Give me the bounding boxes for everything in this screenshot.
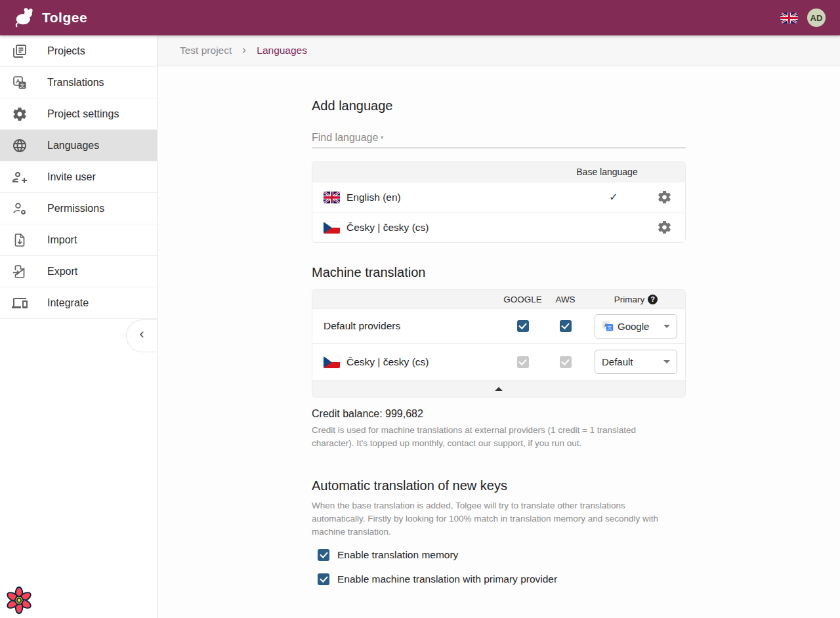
sidebar-item-import[interactable]: Import bbox=[0, 224, 157, 256]
find-language-placeholder: Find language bbox=[312, 132, 378, 144]
sidebar-item-languages[interactable]: Languages bbox=[0, 130, 157, 161]
sidebar-item-label: Project settings bbox=[47, 108, 119, 120]
checkbox-label: Enable machine translation with primary … bbox=[337, 573, 557, 585]
sidebar-collapse-button[interactable] bbox=[126, 319, 157, 352]
google-translate-icon: A 文 bbox=[602, 320, 614, 332]
czech-flag-icon bbox=[324, 356, 340, 368]
breadcrumb-project[interactable]: Test project bbox=[180, 45, 232, 56]
export-icon bbox=[12, 264, 28, 279]
auto-translation-heading: Automatic translation of new keys bbox=[312, 476, 686, 495]
aws-checkbox-disabled bbox=[560, 356, 572, 368]
sidebar-item-export[interactable]: Export bbox=[0, 256, 157, 287]
breadcrumb: Test project Languages bbox=[158, 35, 840, 66]
person-add-icon bbox=[12, 169, 28, 185]
app-title: Tolgee bbox=[42, 10, 87, 26]
sidebar-item-invite-user[interactable]: Invite user bbox=[0, 161, 157, 193]
globe-icon bbox=[12, 138, 28, 154]
primary-provider-select[interactable]: Default bbox=[595, 350, 677, 374]
breadcrumb-page[interactable]: Languages bbox=[257, 45, 307, 56]
sidebar-item-label: Projects bbox=[47, 45, 85, 57]
machine-translation-checkbox[interactable] bbox=[318, 573, 329, 585]
czech-flag-icon bbox=[324, 222, 340, 234]
google-checkbox-disabled bbox=[517, 356, 529, 368]
google-column-header: GOOGLE bbox=[501, 295, 544, 304]
languages-table-header: Base language bbox=[312, 162, 685, 182]
mt-row-czech: Česky | česky (cs) Default bbox=[312, 343, 685, 380]
sidebar-item-permissions[interactable]: Permissions bbox=[0, 193, 157, 224]
sidebar-item-label: Import bbox=[47, 234, 77, 246]
language-row-english: English (en) ✓ bbox=[312, 182, 685, 212]
chevron-left-icon bbox=[136, 329, 147, 342]
sidebar-item-label: Export bbox=[47, 266, 77, 278]
ui-language-flag-button[interactable] bbox=[780, 9, 798, 27]
primary-provider-value: Google bbox=[618, 321, 663, 332]
machine-translation-heading: Machine translation bbox=[312, 263, 686, 281]
chevron-up-icon bbox=[495, 387, 503, 391]
language-name: English (en) bbox=[346, 192, 401, 203]
devices-icon bbox=[12, 295, 28, 311]
main-content: Add language Find language * Base langua… bbox=[158, 66, 840, 618]
sidebar-item-label: Permissions bbox=[47, 203, 104, 215]
tolgee-logo[interactable]: Tolgee bbox=[13, 5, 87, 30]
add-language-heading: Add language bbox=[312, 96, 686, 115]
sidebar-item-label: Languages bbox=[47, 140, 99, 152]
required-asterisk: * bbox=[380, 134, 383, 144]
credit-caption: Credit is used for machine translations … bbox=[312, 424, 679, 450]
user-avatar[interactable]: AD bbox=[807, 9, 826, 27]
language-settings-gear-icon[interactable] bbox=[656, 190, 672, 205]
chevron-right-icon bbox=[240, 45, 248, 56]
machine-translation-table: GOOGLE AWS Primary ? Default providers bbox=[312, 289, 686, 398]
language-name: Česky | česky (cs) bbox=[346, 222, 429, 234]
collapse-table-button[interactable] bbox=[312, 380, 685, 397]
svg-text:文: 文 bbox=[607, 325, 612, 331]
primary-provider-select[interactable]: A 文 Google bbox=[595, 314, 677, 339]
enable-translation-memory-row: Enable translation memory bbox=[312, 549, 686, 561]
person-gear-icon bbox=[12, 201, 28, 216]
primary-provider-value: Default bbox=[602, 356, 663, 367]
sidebar-item-label: Invite user bbox=[47, 171, 96, 183]
sidebar-item-label: Translations bbox=[47, 77, 104, 89]
google-checkbox[interactable] bbox=[517, 320, 529, 332]
aws-column-header: AWS bbox=[544, 295, 587, 304]
mt-row-default-providers: Default providers A 文 Google bbox=[312, 308, 685, 343]
sidebar-item-projects[interactable]: Projects bbox=[0, 35, 157, 67]
credit-balance: Credit balance: 999,682 bbox=[312, 406, 686, 422]
import-icon bbox=[12, 232, 28, 248]
language-row-czech: Česky | česky (cs) bbox=[312, 212, 685, 242]
machine-translation-header: GOOGLE AWS Primary ? bbox=[312, 290, 685, 308]
language-settings-gear-icon[interactable] bbox=[656, 220, 672, 236]
translation-memory-checkbox[interactable] bbox=[318, 549, 329, 561]
svg-text:文: 文 bbox=[20, 83, 25, 89]
mt-row-label: Default providers bbox=[312, 320, 501, 332]
sidebar-item-integrate[interactable]: Integrate bbox=[0, 287, 157, 319]
auto-translation-caption: When the base translation is added, Tolg… bbox=[312, 499, 679, 539]
gear-icon bbox=[12, 106, 28, 122]
sidebar-item-project-settings[interactable]: Project settings bbox=[0, 98, 157, 130]
uk-flag-icon bbox=[324, 192, 340, 203]
mt-row-label: Česky | česky (cs) bbox=[346, 356, 429, 368]
translations-icon: A 文 bbox=[12, 75, 28, 91]
sidebar-item-label: Integrate bbox=[47, 297, 89, 309]
chevron-down-icon bbox=[663, 360, 670, 363]
base-language-checkmark-icon: ✓ bbox=[609, 191, 618, 203]
chevron-down-icon bbox=[663, 325, 670, 328]
devtools-flower-icon[interactable] bbox=[5, 587, 33, 614]
languages-table: Base language English (en) ✓ bbox=[312, 161, 686, 243]
sidebar: Projects A 文 Translations Project settin… bbox=[0, 35, 158, 618]
base-language-column-header: Base language bbox=[571, 167, 643, 177]
app-bar: Tolgee AD bbox=[0, 0, 840, 35]
sidebar-item-translations[interactable]: A 文 Translations bbox=[0, 67, 157, 98]
help-question-icon[interactable]: ? bbox=[648, 295, 658, 304]
checkbox-label: Enable translation memory bbox=[337, 549, 458, 561]
enable-machine-translation-row: Enable machine translation with primary … bbox=[312, 573, 686, 585]
primary-column-header: Primary bbox=[614, 295, 645, 304]
find-language-input[interactable]: Find language * bbox=[312, 127, 686, 148]
mouse-logo-icon bbox=[13, 5, 35, 30]
projects-icon bbox=[12, 43, 28, 59]
aws-checkbox[interactable] bbox=[560, 320, 572, 332]
